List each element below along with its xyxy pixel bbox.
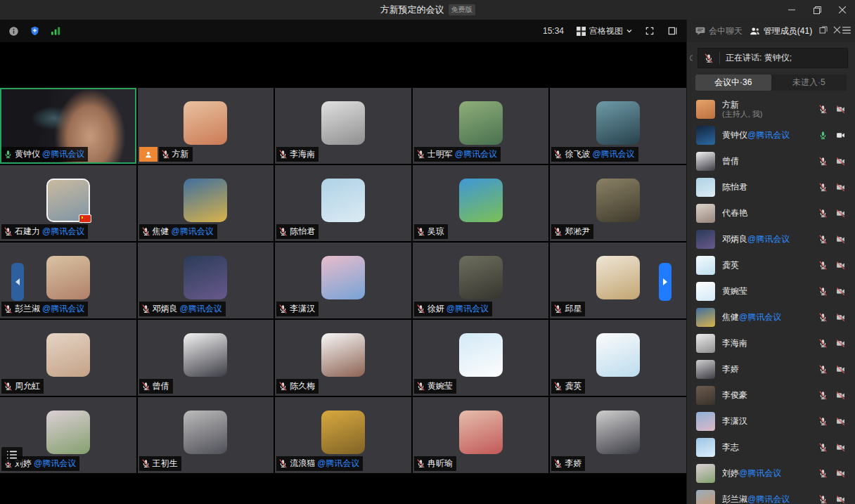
mic-muted-icon[interactable] bbox=[818, 391, 828, 400]
video-tile[interactable]: 曾倩 bbox=[138, 320, 274, 396]
video-tile[interactable]: 李潇汉 bbox=[275, 243, 411, 318]
video-tile[interactable]: 李娇 bbox=[550, 397, 686, 473]
mic-on-icon[interactable] bbox=[818, 131, 828, 140]
side-panel-toggle-icon[interactable] bbox=[667, 26, 678, 36]
member-row[interactable]: 李俊豪 bbox=[687, 382, 855, 408]
mic-muted-icon[interactable] bbox=[818, 313, 828, 322]
mic-muted-icon[interactable] bbox=[818, 105, 828, 114]
camera-off-icon[interactable] bbox=[835, 365, 846, 374]
close-panel-icon[interactable] bbox=[833, 26, 841, 36]
video-tile[interactable]: 郑淞尹 bbox=[550, 165, 686, 241]
tab-in-meeting[interactable]: 会议中·36 bbox=[695, 75, 771, 91]
mic-muted-icon[interactable] bbox=[818, 157, 828, 166]
meeting-info-icon[interactable] bbox=[8, 26, 19, 37]
mic-muted-icon[interactable] bbox=[818, 365, 828, 374]
camera-off-icon[interactable] bbox=[835, 313, 846, 322]
mic-muted-icon[interactable] bbox=[818, 209, 828, 218]
prev-page-button[interactable] bbox=[11, 263, 24, 301]
mic-muted-icon[interactable] bbox=[818, 469, 828, 478]
video-tile[interactable]: 陈怡君 bbox=[275, 165, 411, 241]
grid-view-button[interactable]: 宫格视图 bbox=[577, 25, 632, 37]
mic-muted-icon[interactable] bbox=[818, 287, 828, 296]
layout-list-toggle-button[interactable] bbox=[1, 447, 22, 463]
member-org: @腾讯会议 bbox=[747, 494, 790, 504]
video-tile[interactable]: 李海南 bbox=[275, 88, 411, 164]
mic-muted-icon bbox=[704, 53, 714, 63]
security-shield-icon[interactable] bbox=[30, 25, 40, 37]
tab-chat[interactable]: 会中聊天 bbox=[693, 25, 745, 37]
member-name: 刘婷 bbox=[722, 468, 739, 478]
tab-manage-members[interactable]: 管理成员(41) bbox=[747, 25, 815, 37]
mic-muted-icon[interactable] bbox=[818, 261, 828, 270]
popout-panel-icon[interactable] bbox=[819, 26, 828, 36]
member-row[interactable]: 黄钟仪@腾讯会议 bbox=[687, 122, 855, 148]
member-row[interactable]: 焦健@腾讯会议 bbox=[687, 304, 855, 330]
member-avatar bbox=[696, 308, 715, 327]
minimize-button[interactable] bbox=[779, 0, 804, 20]
video-tile[interactable]: 吴琼 bbox=[413, 165, 549, 241]
tile-label-row: 流浪猫@腾讯会议 bbox=[276, 456, 363, 471]
video-tile[interactable]: 周允虹 bbox=[0, 320, 136, 396]
panel-menu-icon[interactable] bbox=[842, 26, 851, 36]
member-row[interactable]: 李娇 bbox=[687, 356, 855, 382]
camera-off-icon[interactable] bbox=[835, 443, 846, 452]
video-tile[interactable]: 冉昕瑜 bbox=[413, 397, 549, 473]
member-row[interactable]: 陈怡君 bbox=[687, 174, 855, 200]
video-tile[interactable]: 流浪猫@腾讯会议 bbox=[275, 397, 411, 473]
member-row[interactable]: 黄婉莹 bbox=[687, 278, 855, 304]
mic-muted-icon[interactable] bbox=[818, 443, 828, 452]
camera-off-icon[interactable] bbox=[835, 105, 846, 114]
camera-off-icon[interactable] bbox=[835, 183, 846, 192]
member-row[interactable]: 李潇汉 bbox=[687, 408, 855, 434]
member-row[interactable]: 龚英 bbox=[687, 252, 855, 278]
member-row[interactable]: 代春艳 bbox=[687, 200, 855, 226]
camera-off-icon[interactable] bbox=[835, 209, 846, 218]
video-tile[interactable]: 王初生 bbox=[138, 397, 274, 473]
next-page-button[interactable] bbox=[659, 263, 671, 301]
mic-muted-icon[interactable] bbox=[818, 339, 828, 348]
name-label: 李娇 bbox=[551, 456, 585, 471]
camera-off-icon[interactable] bbox=[835, 287, 846, 296]
member-row[interactable]: 李志 bbox=[687, 434, 855, 460]
mic-muted-icon[interactable] bbox=[818, 495, 828, 504]
members-tab-label: 管理成员(41) bbox=[764, 25, 812, 37]
mic-muted-icon[interactable] bbox=[818, 235, 828, 244]
close-button[interactable] bbox=[830, 0, 855, 20]
video-tile[interactable]: 陈久梅 bbox=[275, 320, 411, 396]
video-tile[interactable]: 焦健@腾讯会议 bbox=[138, 165, 274, 241]
camera-off-icon[interactable] bbox=[835, 417, 846, 426]
mic-muted-icon[interactable] bbox=[818, 417, 828, 426]
member-row[interactable]: 方新(主持人, 我) bbox=[687, 96, 855, 122]
camera-on-icon[interactable] bbox=[835, 131, 846, 140]
camera-off-icon[interactable] bbox=[835, 495, 846, 504]
video-tile[interactable]: 石建力@腾讯会议 bbox=[0, 165, 136, 241]
member-text: 李娇 bbox=[722, 364, 811, 374]
video-tile[interactable]: 黄钟仪@腾讯会议 bbox=[0, 88, 136, 164]
camera-off-icon[interactable] bbox=[835, 235, 846, 244]
restore-button[interactable] bbox=[804, 0, 830, 20]
tab-not-joined[interactable]: 未进入·5 bbox=[771, 75, 847, 91]
camera-off-icon[interactable] bbox=[835, 469, 846, 478]
member-row[interactable]: 李海南 bbox=[687, 330, 855, 356]
tile-label-row: 李海南 bbox=[276, 147, 319, 162]
camera-off-icon[interactable] bbox=[835, 339, 846, 348]
video-tile[interactable]: 徐飞波@腾讯会议 bbox=[550, 88, 686, 164]
member-row[interactable]: 曾倩 bbox=[687, 148, 855, 174]
participant-avatar bbox=[321, 333, 365, 377]
member-row[interactable]: 彭兰淑@腾讯会议 bbox=[687, 486, 855, 504]
camera-off-icon[interactable] bbox=[835, 261, 846, 270]
video-tile[interactable]: 黄婉莹 bbox=[413, 320, 549, 396]
member-row[interactable]: 刘婷@腾讯会议 bbox=[687, 460, 855, 486]
participant-avatar bbox=[46, 411, 90, 454]
video-tile[interactable]: 邓炳良@腾讯会议 bbox=[138, 243, 274, 318]
video-tile[interactable]: 徐妍@腾讯会议 bbox=[413, 243, 549, 318]
mic-muted-icon[interactable] bbox=[818, 183, 828, 192]
fullscreen-icon[interactable] bbox=[645, 26, 655, 36]
network-signal-icon[interactable] bbox=[51, 26, 61, 36]
member-row[interactable]: 邓炳良@腾讯会议 bbox=[687, 226, 855, 252]
video-tile[interactable]: 龚英 bbox=[550, 320, 686, 396]
camera-off-icon[interactable] bbox=[835, 157, 846, 166]
camera-off-icon[interactable] bbox=[835, 391, 846, 400]
video-tile[interactable]: 士明军@腾讯会议 bbox=[413, 88, 549, 164]
video-tile[interactable]: 方新 bbox=[138, 88, 274, 164]
